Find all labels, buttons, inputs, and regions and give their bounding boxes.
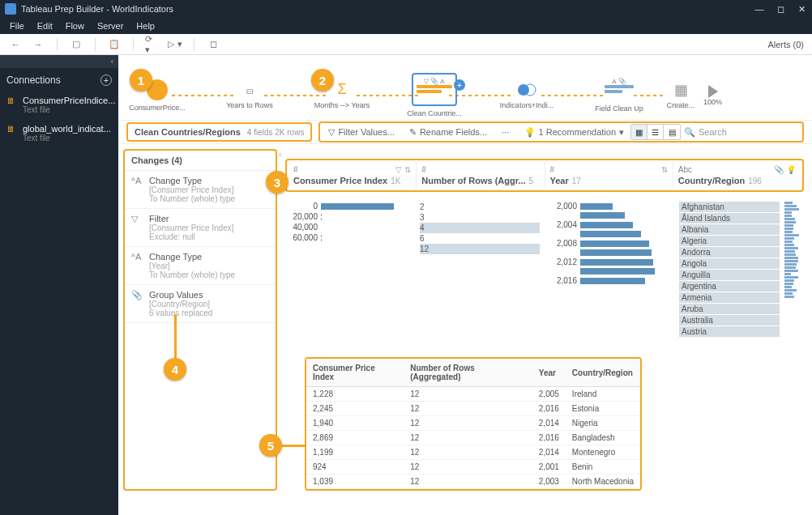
table-header[interactable]: Year [532,359,566,387]
back-icon[interactable]: ← [8,37,23,52]
table-header[interactable]: Consumer Price Index [306,359,404,387]
stop-icon[interactable]: ◻ [206,37,220,52]
field-header[interactable]: #▽⇅ Consumer Price Index1K [288,162,417,189]
country-value[interactable]: Andorra [679,247,780,258]
menu-edit[interactable]: Edit [31,21,59,31]
filter-values-button[interactable]: ▽Filter Values... [325,126,398,139]
country-value[interactable]: Aruba [679,304,780,314]
clip-icon: 📎 [774,165,784,174]
flow-pane[interactable]: ConsumerPrice... ⏛ Years to Rows Σ Month… [118,55,812,120]
country-value[interactable]: Armenia [679,292,780,303]
callout-1: 1 [130,69,152,92]
app-title: Tableau Prep Builder - WorldIndicators [21,4,173,14]
country-value[interactable]: Åland Islands [679,213,780,223]
menu-server[interactable]: Server [91,21,130,31]
recommendations-button[interactable]: 💡1 Recommendation ▾ [521,126,627,139]
field-header[interactable]: Abc📎💡 Country/Region196 [673,162,801,189]
profile-header: #▽⇅ Consumer Price Index1K # Number of R… [285,159,804,192]
flow-node-clean-selected[interactable]: ▽📎A + Clean Countrie... [420,73,449,117]
close-button[interactable]: ✕ [796,4,807,15]
search-input[interactable]: 🔍Search [684,127,797,138]
file-icon: 🗎 [6,96,18,114]
add-connection-button[interactable]: + [100,74,112,86]
country-value[interactable]: Afghanistan [679,202,780,212]
changes-header: Changes (4) [125,151,276,171]
profile-values-rows[interactable]: 2 3 4 6 12 [415,198,545,341]
country-value[interactable]: Austria [679,326,780,337]
change-item[interactable]: ᴬAChange Type[Year]To Number (whole) typ… [125,247,276,285]
data-grid[interactable]: Consumer Price IndexNumber of Rows (Aggr… [305,357,642,491]
flow-node-clean[interactable]: A📎 Field Clean Up [605,78,634,113]
table-row[interactable]: 2,869122,016Bangladesh [306,431,640,445]
rename-fields-button[interactable]: ✎Rename Fields... [406,126,490,139]
step-actions: ▽Filter Values... ✎Rename Fields... ··· … [318,121,804,143]
paste-icon[interactable]: 📋 [107,37,122,52]
titlebar: Tableau Prep Builder - WorldIndicators —… [0,0,812,18]
callout-5: 5 [259,434,282,457]
callout-2: 2 [311,69,334,92]
connection-name: global_world_indicat... [23,124,111,134]
type-icon: ᴬA [131,252,144,279]
filter-icon: ▽ [328,127,335,138]
change-item[interactable]: ▽Filter[Consumer Price Index]Exclude: nu… [125,209,276,247]
flow-node-join[interactable]: Indicators+Indi... [512,82,541,109]
country-value[interactable]: Albania [679,224,780,235]
clip-icon: 📎 [430,78,438,85]
country-value[interactable]: Australia [679,315,780,326]
type-icon: A [440,78,444,85]
country-value[interactable]: Angola [679,258,780,269]
refresh-icon[interactable]: ⟳ ▾ [145,37,160,52]
table-row[interactable]: 2,245122,016Estonia [306,402,640,416]
lightbulb-icon: 💡 [524,127,536,138]
connections-sidebar: ‹ Connections + 🗎 ConsumerPriceIndice...… [0,55,118,515]
collapse-changes-icon[interactable]: ‹ [279,150,281,159]
view-profile-button[interactable]: ▦ [631,125,647,139]
more-actions-button[interactable]: ··· [498,126,512,138]
field-header[interactable]: # Number of Rows (Aggr...5 [417,162,545,189]
collapse-sidebar-icon[interactable]: ‹ [0,55,118,68]
sort-icon: ⇅ [661,165,668,174]
menubar: File Edit Flow Server Help [0,18,812,34]
change-item[interactable]: ᴬAChange Type[Consumer Price Index]To Nu… [125,171,276,209]
table-row[interactable]: 1,039122,003North Macedonia [306,475,640,489]
maximize-button[interactable]: ◻ [775,4,786,15]
callout-4: 4 [164,358,186,381]
country-value[interactable]: Algeria [679,236,780,246]
profile-data: 0 20,000 40,000 60,000 2 3 4 6 12 2,000 [285,198,804,341]
step-name[interactable]: Clean Countries/Regions [135,127,241,137]
menu-flow[interactable]: Flow [59,21,91,31]
connection-item[interactable]: 🗎 ConsumerPriceIndice... Text file [0,92,118,121]
country-value[interactable]: Argentina [679,281,780,292]
table-header[interactable]: Number of Rows (Aggregated) [404,359,532,387]
run-output-button[interactable]: 100% [703,85,722,106]
menu-file[interactable]: File [3,21,31,31]
add-step-button[interactable]: + [454,79,465,91]
table-row[interactable]: 1,940122,014Nigeria [306,416,640,431]
country-value[interactable]: Anguilla [679,270,780,280]
table-row[interactable]: 1,228122,005Ireland [306,387,640,402]
view-list-button[interactable]: ☰ [647,125,664,139]
flow-node-pivot[interactable]: ⏛ Years to Rows [235,82,264,109]
table-row[interactable]: 924122,001Benin [306,460,640,475]
run-icon[interactable]: ▷ ▾ [168,37,182,52]
menu-help[interactable]: Help [130,21,161,31]
pencil-icon: ✎ [409,127,417,138]
forward-icon[interactable]: → [31,37,45,52]
step-meta: 4 fields 2K rows [247,128,305,137]
save-icon[interactable]: ▢ [69,37,83,52]
profile-histogram-year[interactable]: 2,000 2,004 2,008 2,012 2,016 [545,198,674,341]
profile-histogram-cpi[interactable]: 0 20,000 40,000 60,000 [285,198,415,341]
mini-map [784,202,799,338]
filter-icon: ▽ [395,165,402,174]
lightbulb-icon: 💡 [786,165,796,174]
minimize-button[interactable]: — [754,4,765,15]
profile-values-country[interactable]: AfghanistanÅland IslandsAlbaniaAlgeriaAn… [674,198,804,341]
change-item[interactable]: 📎Group Values[Country/Region]6 values re… [125,285,276,323]
flow-node-output[interactable]: ▦ Create... [666,82,695,109]
table-row[interactable]: 1,199122,014Montenegro [306,445,640,460]
table-header[interactable]: Country/Region [566,359,640,387]
view-grid-button[interactable]: ▤ [664,125,680,139]
field-header[interactable]: #⇅ Year17 [545,162,673,189]
connection-item[interactable]: 🗎 global_world_indicat... Text file [0,121,118,149]
alerts-button[interactable]: Alerts (0) [767,40,804,49]
